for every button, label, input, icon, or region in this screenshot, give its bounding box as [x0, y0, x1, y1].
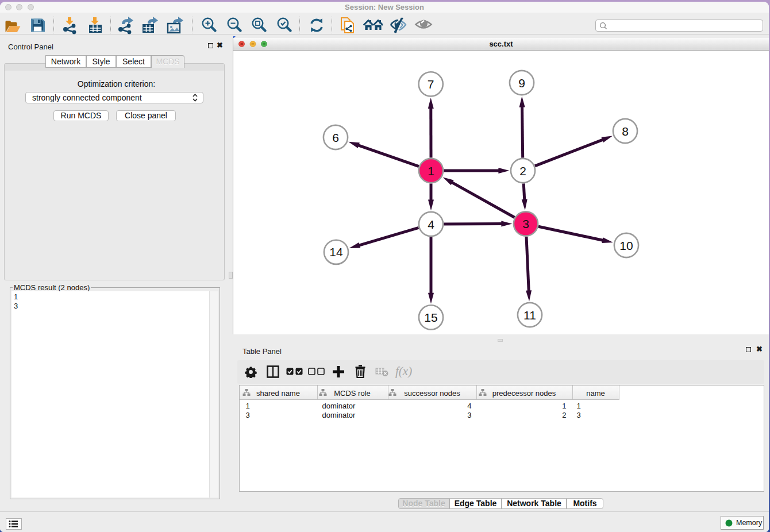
svg-text:15: 15	[424, 311, 437, 324]
svg-text:10: 10	[619, 239, 633, 252]
svg-text:8: 8	[622, 125, 629, 138]
svg-text:6: 6	[332, 131, 339, 144]
svg-text:3: 3	[522, 217, 529, 230]
svg-text:1: 1	[428, 164, 434, 178]
svg-text:4: 4	[428, 218, 434, 231]
svg-text:2: 2	[519, 164, 526, 178]
svg-text:11: 11	[523, 309, 536, 322]
svg-text:9: 9	[518, 76, 525, 90]
svg-text:7: 7	[428, 78, 434, 91]
svg-text:14: 14	[329, 245, 343, 259]
